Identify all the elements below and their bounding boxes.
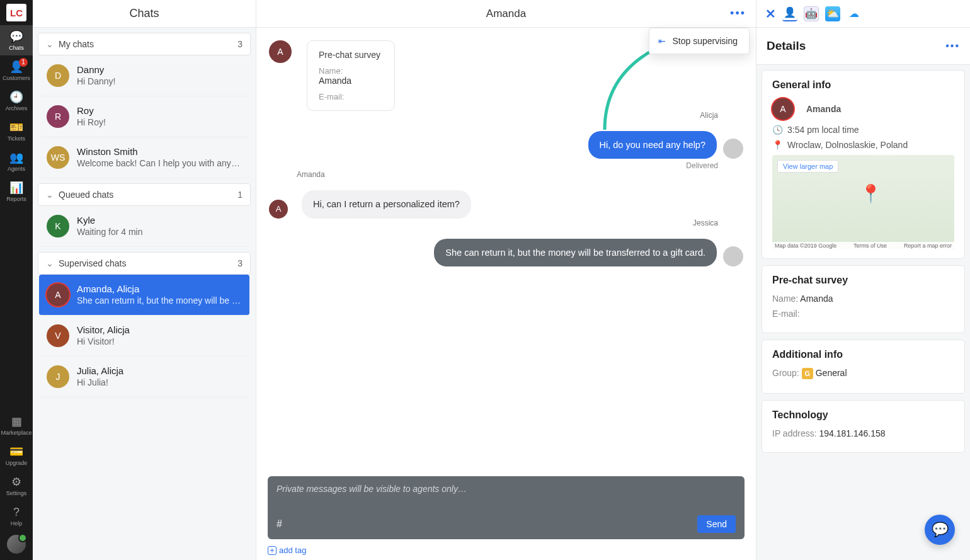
prechat-name-value: Amanda [800, 294, 833, 304]
conversation-more-button[interactable]: ••• [730, 7, 746, 20]
message-row: AHi, can I return a personalized item? [269, 190, 743, 218]
ticket-icon: 🎫 [9, 120, 23, 134]
clock-icon: 🕓 [772, 125, 782, 135]
section-count: 3 [237, 258, 243, 268]
nav-label: Settings [6, 490, 27, 496]
group-value: General [816, 368, 847, 378]
pin-icon: 📍 [772, 140, 782, 150]
message-author: Alicja [269, 111, 743, 120]
chevron-down-icon: ⌄ [46, 190, 54, 200]
chat-list-item[interactable]: AAmanda, AlicjaShe can return it, but th… [39, 275, 249, 316]
nav-marketplace[interactable]: ▦Marketplace [0, 410, 33, 440]
message-author: Jessica [269, 219, 743, 227]
section-header[interactable]: ⌄My chats3 [38, 33, 251, 55]
location-text: Wroclaw, Dolnoslaskie, Poland [787, 140, 908, 150]
nav-settings[interactable]: ⚙Settings [0, 471, 33, 501]
section-header[interactable]: ⌄Supervised chats3 [38, 252, 251, 275]
nav-tickets[interactable]: 🎫Tickets [0, 116, 33, 146]
card-title: General info [772, 79, 954, 91]
gear-icon: ⚙ [11, 475, 21, 489]
add-tag-button[interactable]: + add tag [268, 546, 745, 555]
chat-list-item[interactable]: WSWinston SmithWelcome back! Can I help … [39, 137, 249, 178]
nav-label: Tickets [8, 135, 25, 142]
message-avatar: A [269, 40, 292, 63]
nav-chats[interactable]: 💬Chats [0, 25, 33, 55]
prechat-survey-card: Pre-chat survey Name: Amanda E-mail: [307, 40, 395, 111]
tab-weather-icon[interactable]: ⛅ [825, 6, 840, 21]
prechat-email-label: E-mail: [772, 309, 800, 319]
dropdown-label: Stop supervising [672, 36, 738, 46]
chat-item-preview: She can return it, but the money will be… [77, 295, 242, 306]
nav-label: Marketplace [1, 430, 31, 436]
chevron-down-icon: ⌄ [46, 258, 54, 268]
nav-agents[interactable]: 👥Agents [0, 146, 33, 176]
survey-name-label: Name: [319, 66, 383, 76]
chat-item-title: Roy [77, 105, 242, 116]
details-header: Details ••• [756, 28, 970, 65]
nav-customers[interactable]: 👤Customers1 [0, 55, 33, 86]
technology-card: Technology IP address: 194.181.146.158 [762, 400, 965, 453]
chat-item-preview: Welcome back! Can I help you with anythi… [77, 158, 242, 168]
chat-fab-button[interactable]: 💬 [925, 515, 955, 545]
nav-help[interactable]: ?Help [0, 501, 33, 531]
nav-label: Agents [8, 166, 25, 172]
tab-cloud-icon[interactable]: ☁ [847, 6, 862, 21]
chat-list-item[interactable]: JJulia, AlicjaHi Julia! [39, 357, 249, 397]
chat-list-item[interactable]: RRoyHi Roy! [39, 96, 249, 137]
card-title: Pre-chat survey [772, 275, 954, 286]
additional-info-card: Additional info Group: GGeneral [762, 340, 965, 394]
location-map[interactable]: View larger map Map data ©2019 Google Te… [772, 155, 954, 249]
section-header[interactable]: ⌄Queued chats1 [38, 183, 251, 206]
message-composer[interactable]: Private messages will be visible to agen… [268, 476, 745, 539]
message-bubble: Hi, can I return a personalized item? [302, 190, 471, 218]
exit-icon: ⇤ [658, 36, 666, 46]
chat-item-title: Amanda, Alicja [77, 283, 242, 294]
ip-label: IP address: [772, 428, 817, 438]
conversation-column: Amanda ••• ⇤ Stop supervising A Pre-chat… [256, 0, 756, 560]
section-count: 3 [237, 39, 243, 49]
details-title: Details [767, 39, 806, 53]
chat-item-preview: Hi Julia! [77, 377, 242, 387]
section-title: My chats [59, 39, 94, 49]
details-topbar: ✕ 👤 🤖 ⛅ ☁ [756, 0, 970, 28]
chat-avatar: K [47, 215, 69, 237]
chat-item-title: Kyle [77, 215, 242, 226]
map-terms-link[interactable]: Terms of Use [853, 243, 887, 249]
nav-label: Customers [3, 75, 30, 81]
chat-list-item[interactable]: VVisitor, AlicjaHi Visitor! [39, 316, 249, 357]
clock-icon: 🕘 [9, 90, 23, 104]
view-larger-map-link[interactable]: View larger map [777, 160, 838, 173]
stop-supervising-item[interactable]: ⇤ Stop supervising [649, 28, 750, 54]
nav-upgrade[interactable]: 💳Upgrade [0, 440, 33, 471]
tab-person-icon[interactable]: 👤 [782, 6, 797, 21]
hash-icon[interactable]: # [277, 518, 282, 530]
chat-item-preview: Hi Visitor! [77, 336, 242, 346]
conversation-title: Amanda [486, 8, 526, 20]
reports-icon: 📊 [9, 181, 23, 195]
chat-list-item[interactable]: DDannyHi Danny! [39, 55, 249, 96]
nav-archives[interactable]: 🕘Archives [0, 86, 33, 116]
user-avatar[interactable] [7, 535, 26, 554]
details-column: ✕ 👤 🤖 ⛅ ☁ Details ••• General info A Ama… [756, 0, 970, 560]
chat-avatar: D [47, 64, 69, 87]
customer-name: Amanda [806, 104, 841, 114]
send-button[interactable]: Send [697, 515, 736, 533]
close-details-button[interactable]: ✕ [765, 6, 776, 21]
chat-list-item[interactable]: KKyleWaiting for 4 min [39, 206, 249, 247]
chat-avatar: J [47, 365, 69, 388]
grid-icon: ▦ [11, 414, 22, 428]
map-error-link[interactable]: Report a map error [904, 243, 952, 249]
details-more-button[interactable]: ••• [945, 40, 960, 52]
prechat-card: Pre-chat survey Name: Amanda E-mail: [762, 265, 965, 333]
message-bubble: Hi, do you need any help? [588, 131, 717, 159]
agents-icon: 👥 [9, 151, 23, 164]
prechat-name-label: Name: [772, 294, 798, 304]
tab-bot-icon[interactable]: 🤖 [804, 6, 819, 21]
general-info-card: General info A Amanda 🕓3:54 pm local tim… [762, 70, 965, 259]
chats-header: Chats [33, 0, 256, 28]
nav-label: Chats [9, 45, 24, 51]
nav-reports[interactable]: 📊Reports [0, 176, 33, 207]
survey-name-value: Amanda [319, 76, 383, 86]
group-label: Group: [772, 368, 799, 378]
chat-item-title: Julia, Alicja [77, 365, 242, 376]
